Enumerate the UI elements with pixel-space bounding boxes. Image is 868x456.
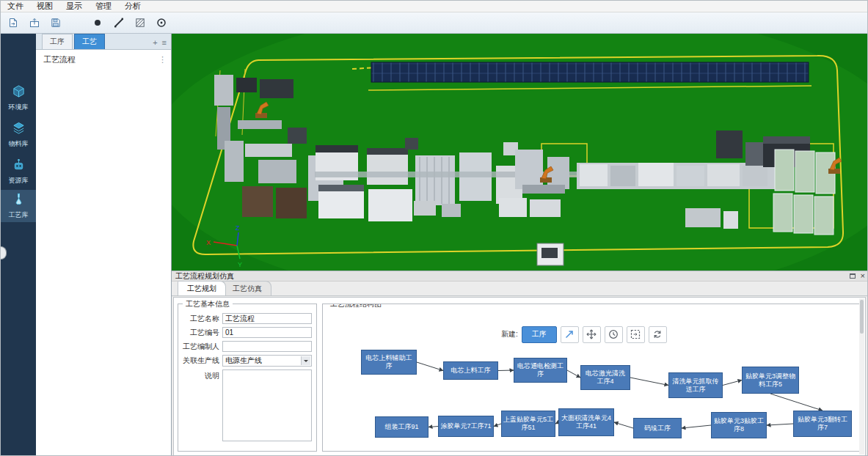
record-point-icon[interactable] xyxy=(88,14,107,32)
flow-node[interactable]: 贴胶单元3翻转工序7 xyxy=(793,411,852,437)
flow-node[interactable]: 贴胶单元3贴胶工序8 xyxy=(711,412,767,438)
menu-icon[interactable]: ≡ xyxy=(162,39,167,47)
process-tree-panel: 工序 工艺 + ≡ 工艺流程 ⋮ xyxy=(36,34,172,456)
panel-titlebar: 工艺流程规划仿真 × xyxy=(172,271,868,282)
tree-item-process-flow[interactable]: 工艺流程 ⋮ xyxy=(36,50,171,70)
add-icon[interactable]: + xyxy=(153,39,157,47)
process-number-label: 工艺编号 xyxy=(180,328,222,338)
process-flask-icon xyxy=(12,192,26,209)
flow-node[interactable]: 电芯上料工序 xyxy=(443,361,498,380)
menu-item[interactable]: 显示 xyxy=(59,1,89,12)
menubar: 文件视图显示管理分析 xyxy=(1,1,868,12)
axis-y-label: Y xyxy=(238,261,242,268)
vertical-scrollbar[interactable] xyxy=(859,298,864,455)
environment-cube-icon xyxy=(12,84,26,101)
axis-z-label: Z xyxy=(236,224,240,232)
sidebar-item-resource-library[interactable]: 资源库 xyxy=(1,155,36,188)
process-author-input[interactable] xyxy=(222,341,312,352)
flow-node[interactable]: 贴胶单元3调整物料工序5 xyxy=(742,367,799,394)
draw-line-icon[interactable] xyxy=(109,14,128,32)
flow-node[interactable]: 清洗单元抓取传送工序 xyxy=(668,372,723,398)
tab-gongxu[interactable]: 工序 xyxy=(42,34,73,49)
close-panel-icon[interactable]: × xyxy=(861,272,865,280)
production-line-select[interactable]: 电源生产线 xyxy=(222,355,312,367)
library-rail: 环境库 物料库 资源库 工艺库 xyxy=(1,34,36,456)
description-label: 说明 xyxy=(180,369,222,381)
tree-tab-actions: + ≡ xyxy=(153,39,171,49)
tree-panel-tabbar: 工序 工艺 + ≡ xyxy=(36,34,171,50)
menu-item[interactable]: 视图 xyxy=(30,1,59,12)
chevron-down-icon xyxy=(301,356,310,365)
solar-panel-array xyxy=(371,62,809,82)
application-window: 文件视图显示管理分析 环境库 xyxy=(0,0,868,456)
flow-node[interactable]: 电芯上料辅助工序 xyxy=(361,350,417,375)
description-textarea[interactable] xyxy=(222,369,312,441)
menu-item[interactable]: 分析 xyxy=(118,1,147,12)
production-line-value: 电源生产线 xyxy=(225,356,262,366)
process-author-label: 工艺编制人 xyxy=(180,342,222,352)
production-line-label: 关联生产线 xyxy=(180,356,222,366)
flow-node[interactable]: 组装工序91 xyxy=(375,416,428,438)
tree-item-label: 工艺流程 xyxy=(43,54,76,65)
flow-node[interactable]: 电芯激光清洗工序4 xyxy=(580,365,630,390)
panel-title: 工艺流程规划仿真 xyxy=(175,271,234,282)
flow-node[interactable]: 大面积清洗单元4工序41 xyxy=(558,408,614,436)
flow-node[interactable]: 涂胶单元7工序71 xyxy=(438,416,494,437)
process-number-input[interactable] xyxy=(222,327,312,338)
sidebar-item-label: 工艺库 xyxy=(9,210,29,220)
process-flow-diagram-box: 工艺流程结构图 新建: 工序 电芯上料辅助工序电芯上料工序电芯通电检测工序电芯激… xyxy=(322,304,864,452)
flow-node[interactable]: 电芯通电检测工序 xyxy=(514,358,567,383)
sidebar-item-material-library[interactable]: 物料库 xyxy=(1,119,36,151)
process-name-input[interactable] xyxy=(222,313,312,324)
panel-content: 工艺基本信息 工艺名称 工艺编号 工艺编制人 关联生产线 电源生产线 xyxy=(173,297,866,456)
hatch-region-icon[interactable] xyxy=(131,14,150,32)
tab-gongyi[interactable]: 工艺 xyxy=(74,34,105,49)
menu-item[interactable]: 文件 xyxy=(1,1,30,12)
save-icon[interactable] xyxy=(46,14,65,32)
menu-item[interactable]: 管理 xyxy=(89,1,118,12)
open-model-icon[interactable] xyxy=(4,14,23,32)
axis-x-label: X xyxy=(206,239,211,246)
flow-node[interactable]: 上盖贴胶单元5工序51 xyxy=(501,411,555,437)
sidebar-item-environment-library[interactable]: 环境库 xyxy=(1,82,36,114)
sidebar-item-label: 物料库 xyxy=(9,139,29,149)
tab-process-planning[interactable]: 工艺规划 xyxy=(178,281,226,295)
import-model-icon[interactable] xyxy=(25,14,44,32)
tab-process-simulation[interactable]: 工艺仿真 xyxy=(223,281,271,295)
sidebar-item-label: 资源库 xyxy=(9,176,29,185)
process-name-label: 工艺名称 xyxy=(180,314,222,324)
material-layers-icon xyxy=(12,121,26,138)
more-options-icon[interactable]: ⋮ xyxy=(158,55,167,65)
circle-tool-icon[interactable] xyxy=(152,14,171,32)
process-planning-panel: 工艺流程规划仿真 × 工艺规划 工艺仿真 工艺基本信息 工艺名称 工艺编号 xyxy=(172,271,868,456)
float-panel-icon[interactable] xyxy=(850,273,856,279)
scrollbar-thumb[interactable] xyxy=(860,300,864,334)
resource-robot-icon xyxy=(12,158,26,174)
form-box-title: 工艺基本信息 xyxy=(183,299,233,309)
flow-node[interactable]: 码垛工序 xyxy=(633,418,682,438)
3d-viewport[interactable]: X Z Y xyxy=(172,34,868,271)
process-basic-info-box: 工艺基本信息 工艺名称 工艺编号 工艺编制人 关联生产线 电源生产线 xyxy=(178,304,317,452)
sidebar-item-label: 环境库 xyxy=(9,103,29,112)
main-toolbar xyxy=(1,12,868,34)
panel-tabbar: 工艺规划 工艺仿真 xyxy=(172,282,868,296)
flow-canvas[interactable]: 电芯上料辅助工序电芯上料工序电芯通电检测工序电芯激光清洗工序4清洗单元抓取传送工… xyxy=(323,304,863,451)
sidebar-item-process-library[interactable]: 工艺库 xyxy=(1,190,36,222)
